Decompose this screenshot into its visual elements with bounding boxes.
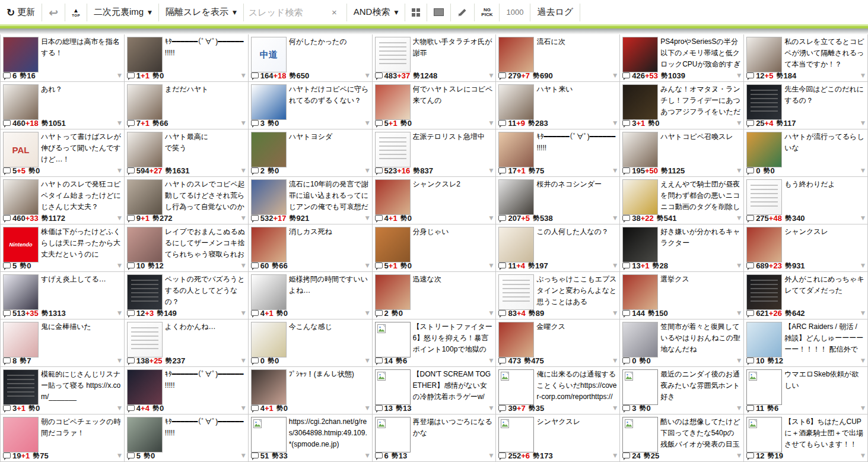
- thread-card[interactable]: 分身じゃい 5 +1 勢 0 ▼: [373, 224, 497, 272]
- thread-card[interactable]: まだだハヤト 7 +1 勢 66 ▼: [125, 82, 249, 129]
- card-menu-arrow[interactable]: ▼: [489, 357, 494, 363]
- card-menu-arrow[interactable]: ▼: [613, 215, 617, 221]
- card-menu-arrow[interactable]: ▼: [365, 452, 370, 458]
- broken-image-placeholder[interactable]: [498, 369, 534, 405]
- thread-card[interactable]: ｷﾀ━━━━━━(ﾟ∀ﾟ)━━━━━━ !!!!! 1 +1 勢 0 ▼: [125, 34, 249, 82]
- card-menu-arrow[interactable]: ▼: [861, 452, 865, 458]
- thread-card[interactable]: 日本の総理は高市を指名する！ 6 勢 16 ▼: [1, 34, 125, 82]
- thread-card[interactable]: ハヤトヨシダ 2 勢 0 ▼: [249, 129, 373, 177]
- card-menu-arrow[interactable]: ▼: [737, 72, 741, 78]
- card-menu-arrow[interactable]: ▼: [241, 262, 246, 268]
- broken-image-placeholder[interactable]: [251, 417, 287, 452]
- shanks-face[interactable]: [498, 37, 534, 72]
- dark-tweet-screenshot[interactable]: [3, 369, 39, 405]
- dark-tweet-screenshot[interactable]: [746, 274, 782, 310]
- thread-card[interactable]: 笠間市が着々と復興しているやはりおんねこの聖地なんだね 0 勢 0 ▼: [620, 319, 744, 367]
- shanks-face[interactable]: [498, 322, 534, 357]
- card-menu-arrow[interactable]: ▼: [489, 310, 494, 316]
- thread-card[interactable]: ハヤトが流行ってるらしいな 0 勢 0 ▼: [744, 129, 868, 177]
- thread-card[interactable]: ハヤトのスレで発狂コピペタイム始まったけどにじさんじ大丈夫？ 460 +33 勢…: [1, 177, 125, 224]
- and-search-select[interactable]: AND検索 ▼: [347, 0, 405, 24]
- card-menu-arrow[interactable]: ▼: [241, 215, 246, 221]
- card-menu-arrow[interactable]: ▼: [613, 120, 617, 126]
- thread-card[interactable]: https://cgi.2chan.net/g/res/3064898.htmi…: [249, 414, 373, 462]
- card-menu-arrow[interactable]: ▼: [241, 72, 246, 78]
- nintendo-logo[interactable]: Nintendo: [3, 227, 39, 262]
- back-button[interactable]: ↩: [42, 0, 65, 24]
- thread-card[interactable]: 俺に出来るのは通報することくらいだhttps://cover-corp.com/…: [496, 367, 620, 414]
- whale-rainbow-logo[interactable]: [251, 84, 287, 120]
- thread-card[interactable]: 姫様拷問の時間ですいいよね… 4 +1 勢 0 ▼: [249, 272, 373, 319]
- card-menu-arrow[interactable]: ▼: [861, 215, 865, 221]
- card-menu-arrow[interactable]: ▼: [737, 310, 741, 316]
- card-menu-arrow[interactable]: ▼: [613, 310, 617, 316]
- figure-photo[interactable]: [127, 179, 163, 215]
- card-menu-arrow[interactable]: ▼: [861, 120, 865, 126]
- thread-card[interactable]: 大物歌い手タラチオ氏が謝罪 483 +37 勢 1248 ▼: [373, 34, 497, 82]
- thread-card[interactable]: 好き嫌いが分かれるキャラクター 13 +1 勢 28 ▼: [620, 224, 744, 272]
- card-menu-arrow[interactable]: ▼: [117, 405, 122, 411]
- card-menu-arrow[interactable]: ▼: [737, 452, 741, 458]
- quad-image-grid[interactable]: [375, 227, 411, 262]
- hayato-avatar[interactable]: [3, 179, 39, 215]
- card-menu-arrow[interactable]: ▼: [365, 310, 370, 316]
- card-menu-arrow[interactable]: ▼: [489, 262, 494, 268]
- view-mode-select[interactable]: 隔離スレを表示 ▼: [159, 0, 243, 24]
- broken-image-placeholder[interactable]: [622, 369, 658, 405]
- card-menu-arrow[interactable]: ▼: [365, 262, 370, 268]
- card-menu-arrow[interactable]: ▼: [117, 167, 122, 173]
- hayato-avatar[interactable]: [127, 132, 163, 167]
- thread-card[interactable]: PS4proやSeriesSの半分以下のメモリ帯域と低クロックCPUが致命的すぎ…: [620, 34, 744, 82]
- thread-card[interactable]: ハヤトのスレでコピペ起動してるけどさそれ荒らし行為って自覚ないのか 9 +1 勢…: [125, 177, 249, 224]
- thread-card[interactable]: 今こんな感じ 0 勢 0 ▼: [249, 319, 373, 367]
- thread-card[interactable]: 再登場はいつごろになるかな 6 勢 13 ▼: [373, 414, 497, 462]
- scroll-top-button[interactable]: ▲ TOP: [65, 0, 87, 24]
- thread-card[interactable]: 【ストリートファイター6】怒りを抑えろ！暴言ポイント100pで地獄のホラ 14 …: [373, 319, 497, 367]
- thread-limit-field[interactable]: 1000: [500, 0, 530, 24]
- thread-card[interactable]: レイプでおまんこぬるぬるにしてザーメンコキ捨てられちゃう寝取られお 10 勢 1…: [125, 224, 249, 272]
- horse-racing-photo[interactable]: [251, 132, 287, 167]
- sakurai-photo[interactable]: [498, 179, 534, 215]
- manga-face-panel[interactable]: [251, 274, 287, 310]
- thread-card[interactable]: 【DON'T SCREAM TOGETHER】感情がない女の冷静沈着ホラゲーw/…: [373, 367, 497, 414]
- archive-button[interactable]: 過去ログ: [530, 0, 580, 24]
- tweet-screenshot[interactable]: [375, 37, 411, 72]
- shanks-face[interactable]: [251, 227, 287, 262]
- thread-card[interactable]: ｷﾀ━━━━━━(ﾟ∀ﾟ)━━━━━━ !!!!! 5 勢 0 ▼: [125, 414, 249, 462]
- card-menu-arrow[interactable]: ▼: [241, 120, 246, 126]
- search-input[interactable]: [247, 7, 326, 18]
- card-menu-arrow[interactable]: ▼: [613, 72, 617, 78]
- broken-image-placeholder[interactable]: [746, 369, 782, 405]
- card-menu-arrow[interactable]: ▼: [737, 262, 741, 268]
- card-menu-arrow[interactable]: ▼: [861, 72, 865, 78]
- blue-haired-vtuber[interactable]: [746, 322, 782, 357]
- thread-card[interactable]: 【ARC Raiders / 朝活 / 雑談】どんしゅーーーーーー！！！！ 配信…: [744, 319, 868, 367]
- hayato-avatar[interactable]: [498, 84, 534, 120]
- thread-card[interactable]: シンヤクスレ 252 +6 勢 173 ▼: [496, 414, 620, 462]
- thread-card[interactable]: PAL ハヤトって書けばスレが伸びるって聞いたんですけど…！ 5 +5 勢 0 …: [1, 129, 125, 177]
- car-selfie-photo[interactable]: [127, 37, 163, 72]
- dark-figure-photo[interactable]: [622, 227, 658, 262]
- card-menu-arrow[interactable]: ▼: [365, 405, 370, 411]
- shanks-face[interactable]: [746, 227, 782, 262]
- smiling-girl-photo[interactable]: [498, 132, 534, 167]
- card-menu-arrow[interactable]: ▼: [613, 405, 617, 411]
- switch2-console-photo[interactable]: [622, 37, 658, 72]
- card-menu-arrow[interactable]: ▼: [737, 405, 741, 411]
- gold-medal-emblem[interactable]: [622, 179, 658, 215]
- edit-button[interactable]: [451, 0, 474, 24]
- thread-card[interactable]: ウマエロSkeb依頼が欲しい 11 勢 6 ▼: [744, 367, 868, 414]
- thread-card[interactable]: よくわかんね… 138 +25 勢 237 ▼: [125, 319, 249, 367]
- thread-card[interactable]: 選挙クス 144 勢 150 ▼: [620, 272, 744, 319]
- card-menu-arrow[interactable]: ▼: [241, 405, 246, 411]
- anime-red-character[interactable]: [375, 84, 411, 120]
- hayato-avatar[interactable]: [3, 84, 39, 120]
- card-menu-arrow[interactable]: ▼: [117, 215, 122, 221]
- thread-card[interactable]: 迅速な次 2 勢 0 ▼: [373, 272, 497, 319]
- thread-card[interactable]: ぶっちゃけここもエプスタインと変わらんよなと思うことはある 83 +4 勢 89…: [496, 272, 620, 319]
- thread-card[interactable]: 金曜クス 473 勢 475 ▼: [496, 319, 620, 367]
- card-menu-arrow[interactable]: ▼: [489, 120, 494, 126]
- card-menu-arrow[interactable]: ▼: [489, 167, 494, 173]
- card-menu-arrow[interactable]: ▼: [489, 72, 494, 78]
- document-screenshot[interactable]: [498, 274, 534, 310]
